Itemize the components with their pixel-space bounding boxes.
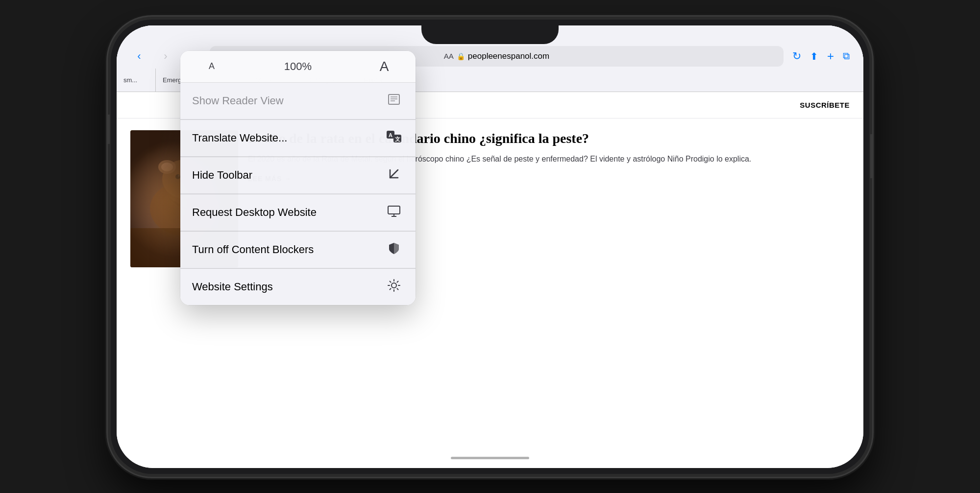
svg-point-3: [158, 160, 176, 174]
font-increase-button[interactable]: A: [365, 59, 404, 74]
translate-website-item[interactable]: Translate Website... A 文: [180, 120, 416, 157]
svg-rect-21: [388, 206, 400, 214]
tab-sm[interactable]: sm...: [117, 69, 156, 92]
translate-website-label: Translate Website...: [192, 132, 384, 144]
website-settings-item[interactable]: Website Settings: [180, 269, 416, 305]
forward-button[interactable]: ›: [157, 47, 174, 65]
svg-text:A: A: [389, 132, 392, 138]
request-desktop-label: Request Desktop Website: [192, 206, 384, 219]
forward-icon: ›: [164, 50, 167, 63]
reader-view-icon: [384, 93, 404, 109]
content-blockers-label: Turn off Content Blockers: [192, 243, 384, 256]
add-tab-icon: +: [827, 49, 834, 63]
back-icon: ‹: [137, 50, 141, 63]
translate-icon: A 文: [384, 130, 404, 146]
back-button[interactable]: ‹: [130, 47, 148, 65]
svg-point-24: [392, 283, 396, 288]
screen: ‹ › 📖 AA 🔒 peopleenespanol.com ↻: [117, 25, 863, 468]
dropdown-menu: A 100% A Show Reader View: [180, 51, 416, 305]
hide-toolbar-item[interactable]: Hide Toolbar: [180, 157, 416, 194]
svg-line-20: [390, 170, 398, 178]
svg-line-8: [170, 199, 179, 206]
website-settings-label: Website Settings: [192, 281, 384, 293]
phone-frame: ‹ › 📖 AA 🔒 peopleenespanol.com ↻: [108, 17, 872, 477]
home-indicator: [451, 457, 529, 459]
hide-toolbar-label: Hide Toolbar: [192, 169, 384, 182]
svg-text:文: 文: [395, 136, 400, 142]
lock-icon: 🔒: [457, 52, 465, 60]
phone-inner: ‹ › 📖 AA 🔒 peopleenespanol.com ↻: [111, 20, 869, 474]
subscribe-label: SUSCRÍBETE: [800, 101, 850, 109]
shield-icon: [384, 241, 404, 258]
reload-button[interactable]: ↻: [792, 50, 801, 63]
volume-button: [108, 115, 110, 144]
svg-point-6: [178, 175, 180, 177]
desktop-icon: [384, 204, 404, 221]
notch: [421, 25, 559, 44]
reload-icon: ↻: [792, 50, 801, 63]
reader-mode-button[interactable]: AA: [444, 52, 454, 60]
font-size-display: 100%: [231, 60, 365, 73]
tabs-button[interactable]: ⧉: [843, 50, 850, 62]
share-button[interactable]: ⬆: [810, 50, 818, 62]
tab-label: sm...: [123, 76, 137, 84]
share-icon: ⬆: [810, 50, 818, 62]
svg-point-5: [175, 174, 180, 179]
show-reader-view-item[interactable]: Show Reader View: [180, 83, 416, 119]
request-desktop-item[interactable]: Request Desktop Website: [180, 194, 416, 231]
font-controls: A 100% A: [180, 51, 416, 83]
tabs-icon: ⧉: [843, 50, 850, 62]
svg-rect-12: [389, 94, 399, 104]
address-domain: peopleenespanol.com: [468, 51, 549, 61]
show-reader-view-label: Show Reader View: [192, 94, 384, 107]
gear-icon: [384, 279, 404, 295]
content-blockers-item[interactable]: Turn off Content Blockers: [180, 232, 416, 268]
font-decrease-button[interactable]: A: [192, 61, 231, 71]
power-button: [870, 134, 872, 178]
svg-point-4: [161, 163, 173, 171]
hide-toolbar-icon: [384, 167, 404, 184]
add-tab-button[interactable]: +: [827, 49, 834, 63]
